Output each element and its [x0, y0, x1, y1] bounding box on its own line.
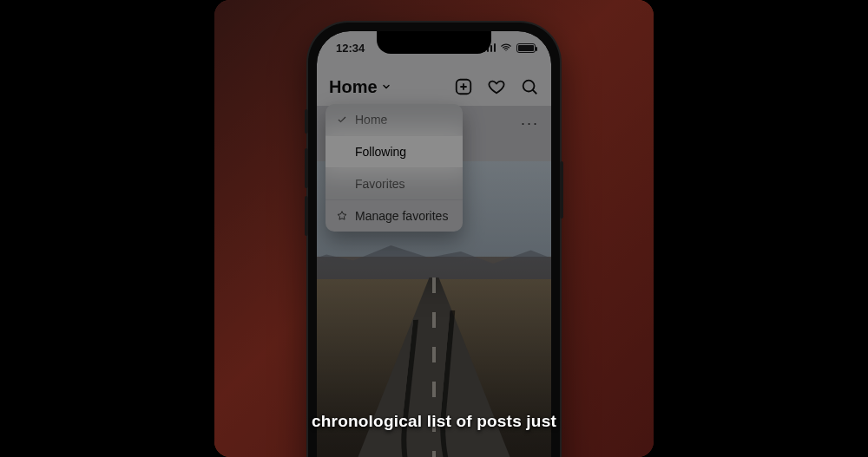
check-icon [336, 114, 348, 125]
battery-icon [516, 43, 536, 53]
phone-notch [377, 31, 491, 54]
feed-selector-menu: Home Following Favorites [326, 104, 463, 232]
phone-side-button [305, 196, 308, 236]
svg-point-1 [523, 81, 535, 92]
add-post-icon[interactable] [454, 77, 473, 96]
phone-side-button [305, 109, 308, 134]
menu-item-following[interactable]: Following [326, 135, 463, 167]
menu-item-home[interactable]: Home [326, 104, 463, 135]
post-more-button[interactable]: ··· [521, 114, 539, 133]
menu-item-favorites[interactable]: Favorites [326, 167, 463, 199]
app-header: Home [317, 69, 551, 104]
video-card: 12:34 Home [214, 0, 654, 457]
stage: 12:34 Home [0, 0, 868, 457]
phone-side-button [305, 148, 308, 188]
star-icon [336, 210, 348, 222]
phone-screen: 12:34 Home [317, 31, 551, 457]
video-caption: chronological list of posts just [312, 412, 556, 431]
status-indicators [483, 42, 536, 54]
wifi-icon [500, 42, 512, 54]
activity-heart-icon[interactable] [487, 77, 506, 96]
menu-item-label: Home [355, 113, 387, 127]
phone-frame: 12:34 Home [308, 23, 560, 457]
search-icon[interactable] [520, 77, 539, 96]
status-time: 12:34 [336, 42, 365, 55]
feed-selector-label: Home [329, 77, 378, 97]
menu-item-label: Favorites [355, 177, 405, 191]
feed-selector-button[interactable]: Home [329, 77, 391, 97]
phone-side-button [560, 161, 563, 219]
caption-container: chronological list of posts just [214, 412, 654, 431]
menu-item-label: Manage favorites [355, 209, 448, 223]
header-actions [454, 77, 539, 96]
phone-bezel: 12:34 Home [317, 31, 551, 457]
chevron-down-icon [381, 82, 391, 92]
menu-item-label: Following [355, 145, 406, 159]
menu-item-manage-favorites[interactable]: Manage favorites [326, 199, 463, 232]
